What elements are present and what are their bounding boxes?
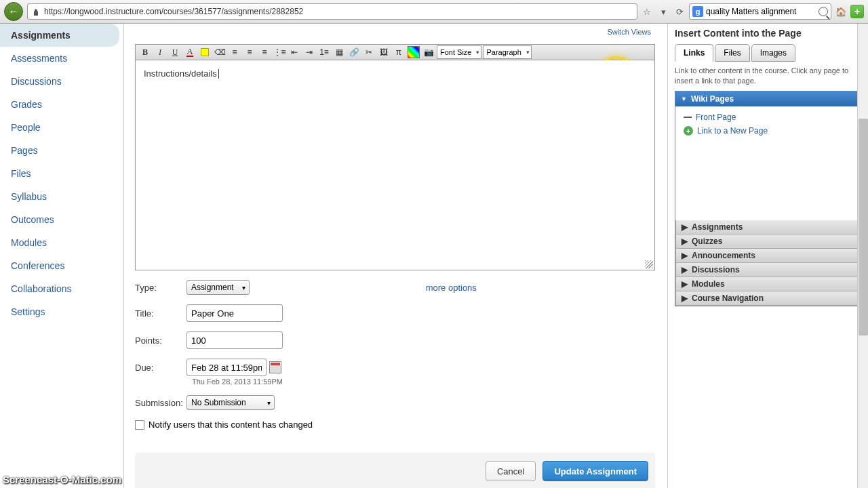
tab-links[interactable]: Links: [675, 44, 713, 62]
search-box[interactable]: g quality Matters alignment: [689, 3, 831, 20]
cancel-button[interactable]: Cancel: [486, 461, 536, 481]
bullet-list-button[interactable]: ⋮≡: [273, 45, 286, 59]
chevron-right-icon: ▶: [682, 293, 688, 303]
image-button[interactable]: 🖼: [377, 45, 391, 59]
tab-images[interactable]: Images: [751, 44, 795, 62]
sidebar-item-pages[interactable]: Pages: [0, 139, 123, 162]
italic-button[interactable]: I: [153, 45, 167, 59]
watermark: Screencast-O-Matic.com: [3, 474, 121, 485]
chevron-right-icon: ▶: [682, 222, 688, 232]
sidebar-item-grades[interactable]: Grades: [0, 93, 123, 116]
due-subtext: Thu Feb 28, 2013 11:59PM: [192, 378, 655, 386]
align-left-button[interactable]: ≡: [228, 45, 241, 59]
sidebar-item-syllabus[interactable]: Syllabus: [0, 185, 123, 208]
section-announcements[interactable]: ▶Announcements: [675, 249, 861, 263]
more-options-link[interactable]: more options: [426, 283, 477, 293]
google-icon: g: [692, 6, 703, 17]
indent-button[interactable]: ⇥: [302, 45, 316, 59]
chevron-down-icon: ▼: [681, 96, 687, 102]
bg-color-button[interactable]: [198, 45, 212, 59]
section-label: Course Navigation: [692, 293, 764, 303]
font-size-select[interactable]: Font Size: [437, 45, 481, 59]
unlink-button[interactable]: ✂: [362, 45, 376, 59]
sidebar-item-assessments[interactable]: Assessments: [0, 47, 123, 70]
url-bar[interactable]: https://longwood.instructure.com/courses…: [27, 3, 637, 20]
scrollbar[interactable]: [857, 24, 868, 488]
rte-editor-body[interactable]: Instructions/details: [135, 60, 655, 270]
reload-icon[interactable]: ⟳: [674, 6, 685, 17]
record-button[interactable]: 📷: [422, 45, 435, 59]
sidebar-item-outcomes[interactable]: Outcomes: [0, 208, 123, 231]
section-label: Quizzes: [692, 237, 722, 246]
notify-label: Notify users that this content has chang…: [149, 420, 313, 430]
sidebar-item-settings[interactable]: Settings: [0, 300, 123, 323]
wiki-pages-header[interactable]: ▼Wiki Pages: [675, 92, 861, 106]
panel-title: Insert Content into the Page: [675, 28, 861, 39]
panel-tabs: Links Files Images: [675, 44, 861, 62]
search-icon[interactable]: [818, 7, 828, 16]
text-color-button[interactable]: A: [183, 45, 197, 59]
section-assignments[interactable]: ▶Assignments: [675, 220, 861, 235]
sidebar-item-files[interactable]: Files: [0, 162, 123, 185]
tab-files[interactable]: Files: [715, 44, 749, 62]
section-modules[interactable]: ▶Modules: [675, 277, 861, 291]
bold-button[interactable]: B: [138, 45, 152, 59]
sidebar-item-conferences[interactable]: Conferences: [0, 254, 123, 277]
number-list-button[interactable]: 1≡: [317, 45, 331, 59]
panel-help-text: Link to other content in the course. Cli…: [675, 66, 861, 87]
link-button[interactable]: 🔗: [347, 45, 361, 59]
underline-button[interactable]: U: [168, 45, 182, 59]
section-course-nav[interactable]: ▶Course Navigation: [675, 291, 861, 306]
back-button[interactable]: ←: [4, 2, 23, 21]
sidebar-item-collaborations[interactable]: Collaborations: [0, 277, 123, 300]
clear-format-button[interactable]: ⌫: [213, 45, 226, 59]
submission-label: Submission:: [135, 398, 186, 408]
course-sidebar: Assignments Assessments Discussions Grad…: [0, 24, 124, 488]
sidebar-item-modules[interactable]: Modules: [0, 231, 123, 254]
title-input[interactable]: [186, 304, 283, 322]
points-input[interactable]: [186, 331, 283, 349]
paragraph-select[interactable]: Paragraph: [483, 45, 531, 59]
section-quizzes[interactable]: ▶Quizzes: [675, 235, 861, 249]
align-right-button[interactable]: ≡: [258, 45, 271, 59]
url-text: https://longwood.instructure.com/courses…: [44, 7, 303, 16]
due-label: Due:: [135, 363, 186, 373]
scroll-thumb[interactable]: [859, 119, 868, 336]
switch-views-link[interactable]: Switch Views: [607, 28, 651, 36]
editor-content: Instructions/details: [144, 68, 217, 79]
type-select[interactable]: Assignment: [186, 280, 250, 295]
section-label: Announcements: [692, 251, 755, 260]
title-label: Title:: [135, 308, 186, 319]
sidebar-item-people[interactable]: People: [0, 116, 123, 139]
embed-button[interactable]: [407, 45, 420, 59]
table-button[interactable]: ▦: [332, 45, 346, 59]
section-discussions[interactable]: ▶Discussions: [675, 263, 861, 277]
due-input[interactable]: [186, 359, 267, 376]
plus-icon: +: [684, 126, 693, 136]
extension-icon[interactable]: +: [850, 5, 864, 18]
home-icon[interactable]: 🏠: [835, 6, 846, 17]
wiki-new-page[interactable]: +Link to a New Page: [679, 124, 856, 138]
wiki-front-label: Front Page: [696, 113, 736, 122]
wiki-new-label: Link to a New Page: [697, 126, 768, 136]
sidebar-item-discussions[interactable]: Discussions: [0, 70, 123, 93]
browser-toolbar: ← https://longwood.instructure.com/cours…: [0, 0, 868, 24]
calendar-icon[interactable]: [269, 361, 281, 373]
lock-icon: [32, 7, 40, 16]
chrome-controls: ☆ ▾ ⟳: [642, 6, 685, 17]
notify-row: Notify users that this content has chang…: [135, 420, 655, 430]
submission-select[interactable]: No Submission: [186, 395, 275, 410]
wiki-front-page[interactable]: Front Page: [679, 110, 856, 124]
align-center-button[interactable]: ≡: [243, 45, 256, 59]
type-label: Type:: [135, 283, 186, 293]
text-cursor: [218, 69, 219, 79]
pi-button[interactable]: π: [392, 45, 406, 59]
outdent-button[interactable]: ⇤: [288, 45, 301, 59]
sidebar-item-assignments[interactable]: Assignments: [0, 24, 119, 47]
assignment-editor: Switch Views B I U A ⌫ ≡ ≡ ≡ ⋮≡ ⇤ ⇥ 1≡ ▦…: [124, 24, 667, 488]
star-icon[interactable]: ☆: [642, 6, 652, 17]
title-row: Title:: [135, 304, 655, 322]
update-assignment-button[interactable]: Update Assignment: [542, 461, 648, 481]
notify-checkbox[interactable]: [135, 420, 144, 430]
dropdown-icon[interactable]: ▾: [658, 6, 669, 17]
